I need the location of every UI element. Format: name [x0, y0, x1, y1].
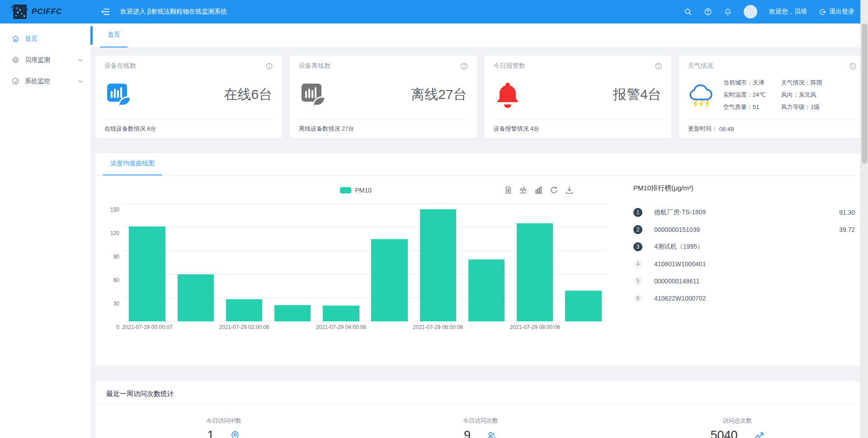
x-axis-tick: 2021-07-29 08:00:06: [509, 324, 560, 330]
tab-home[interactable]: 首页: [100, 23, 127, 47]
stat-total-visits: 访问总次数 5040: [609, 417, 866, 438]
trend-up-icon: [753, 430, 764, 438]
visits-card-title: 最近一周访问次数统计: [95, 381, 866, 405]
tab-accent-bar: [90, 26, 93, 45]
weather-update-time: 08:49: [719, 126, 734, 132]
help-icon[interactable]: [704, 8, 712, 16]
offline-count-value: 离线27台: [411, 85, 467, 104]
stat-label: 今日访问IP数: [206, 417, 241, 425]
user-avatar[interactable]: [744, 5, 757, 19]
bar-pm10[interactable]: [226, 299, 262, 321]
sidebar-item-system-monitor[interactable]: 系统监控: [0, 71, 90, 92]
rank-device-name: 德航厂房-TS-1809: [654, 208, 706, 217]
info-icon[interactable]: [655, 62, 662, 70]
logo-text: PCIFFC: [32, 7, 62, 16]
toolbox-restore-icon[interactable]: [550, 186, 558, 194]
chart-leaf-icon: [105, 81, 133, 109]
rank-device-name: 4测试机（1995）: [654, 243, 703, 251]
page-welcome-title: 欢迎进入 β射线法颗粒物在线监测系统: [120, 8, 227, 16]
logo-pixel-icon: [11, 3, 28, 20]
bar-pm10[interactable]: [517, 223, 553, 321]
weather-aqi: 空气质量：51: [723, 103, 766, 111]
weather-wind-level: 风力等级：1级: [781, 103, 822, 111]
ranking-row: 1德航厂房-TS-180991.30: [633, 207, 855, 218]
stat-label: 今日访问次数: [463, 417, 498, 425]
x-axis-tick: 2021-07-29 00:00:07: [122, 324, 172, 330]
online-count-value: 在线6台: [224, 85, 273, 104]
card-weather: 天气情况 当前城市：天津 实时温度：2: [679, 56, 866, 138]
tab-bar: 首页: [90, 24, 868, 48]
weather-wind-dir: 风向：东北风: [781, 91, 822, 99]
x-axis-labels: 2021-07-29 00:00:072021-07-29 02:00:0620…: [123, 321, 608, 331]
sidebar-item-beta-monitor[interactable]: 贝塔监测: [0, 49, 90, 71]
sidebar-fold-icon[interactable]: [100, 7, 110, 17]
bar-pm10[interactable]: [274, 305, 311, 321]
bar-pm10[interactable]: [420, 209, 456, 321]
bar-pm10[interactable]: [129, 226, 165, 321]
y-axis-tick: 120: [110, 230, 119, 236]
bar-chart: PM10: [103, 181, 609, 366]
weather-update-label: 更新时间：: [688, 125, 717, 133]
bar-pm10[interactable]: [468, 259, 505, 321]
legend-pm10[interactable]: PM10: [340, 187, 372, 194]
rank-device-name: 0000000148611: [654, 278, 699, 285]
card-device-offline: 设备离线数 离线27台 离线设备数情况 27台: [290, 56, 476, 138]
toolbox-bar-chart-icon[interactable]: [534, 186, 543, 194]
sidebar-item-home[interactable]: 首页: [0, 28, 90, 49]
gauge-icon: [12, 77, 19, 85]
weather-condition: 天气情况：阵雨: [781, 79, 822, 87]
thunderstorm-icon: [688, 81, 717, 108]
bar-plot: 0306090120150: [123, 204, 608, 321]
today-visits-value: 9: [464, 429, 471, 438]
bar-pm10[interactable]: [178, 274, 214, 321]
total-visits-value: 5040: [710, 429, 737, 438]
today-ip-value: 1: [207, 429, 214, 438]
info-icon[interactable]: [460, 62, 468, 70]
card-title: 设备在线数: [104, 62, 136, 70]
scrollbar-thumb[interactable]: [862, 24, 868, 164]
chevron-down-icon: [78, 57, 83, 63]
page-body: 设备在线数 在线6台 在线设备数情况 6台: [90, 48, 868, 438]
x-axis-tick: 2021-07-29 04:00:06: [316, 324, 366, 330]
info-icon[interactable]: [265, 62, 273, 70]
app-header: PCIFFC 欢迎进入 β射线法颗粒物在线监测系统 欢迎您，贝塔 退出登录: [0, 0, 868, 24]
y-axis-tick: 90: [113, 254, 119, 260]
card-alarm-today: 今日报警数 报警4台 设备报警情况 4台: [485, 56, 671, 138]
pentagon-badge-icon: [12, 56, 19, 64]
info-icon[interactable]: [849, 62, 857, 70]
rank-device-name: 0000000151039: [654, 226, 700, 233]
y-axis-tick: 150: [110, 207, 119, 213]
bar-pm10[interactable]: [565, 291, 601, 321]
app-logo[interactable]: PCIFFC: [0, 3, 90, 20]
bar-pm10[interactable]: [323, 306, 359, 321]
card-title: 设备离线数: [299, 62, 330, 70]
search-icon[interactable]: [684, 8, 692, 16]
toolbox-data-view-icon[interactable]: [504, 186, 512, 194]
chevron-down-icon: [78, 79, 83, 84]
notification-bell-icon[interactable]: [724, 8, 732, 16]
toolbox-download-icon[interactable]: [565, 186, 574, 194]
ranking-row: 6410822W1000702: [633, 293, 855, 304]
logout-button[interactable]: 退出登录: [819, 8, 854, 16]
card-device-online: 设备在线数 在线6台 在线设备数情况 6台: [95, 56, 282, 138]
ranking-row: 2000000015103939.72: [633, 224, 855, 235]
y-axis-tick: 0: [116, 324, 119, 330]
toolbox-line-chart-icon[interactable]: [519, 186, 528, 194]
ranking-row: 4410801W1000401: [633, 259, 855, 269]
card-footer: 在线设备数情况 6台: [104, 119, 273, 138]
ranking-row: 34测试机（1995）: [633, 241, 855, 252]
stat-today-ip: 今日访问IP数 1: [95, 417, 352, 438]
x-axis-tick: 2021-07-29 06:00:06: [413, 324, 463, 330]
x-axis-tick: 2021-07-29 02:00:06: [219, 324, 269, 330]
rank-badge: 3: [633, 242, 642, 251]
bar-pm10[interactable]: [371, 239, 407, 321]
tab-concentration-curve[interactable]: 浓度均值曲线图: [103, 153, 162, 175]
ranking-title: PM10排行榜(μg/m³): [633, 184, 855, 193]
y-axis-tick: 60: [113, 277, 119, 283]
rank-device-name: 410822W1000702: [654, 295, 706, 302]
vertical-scrollbar[interactable]: [860, 0, 868, 438]
rank-value: 91.30: [839, 209, 855, 216]
location-pin-icon: [230, 430, 241, 438]
alarm-count-value: 报警4台: [613, 85, 661, 104]
pm10-ranking-panel: PM10排行榜(μg/m³) 1德航厂房-TS-180991.302000000…: [609, 181, 855, 366]
